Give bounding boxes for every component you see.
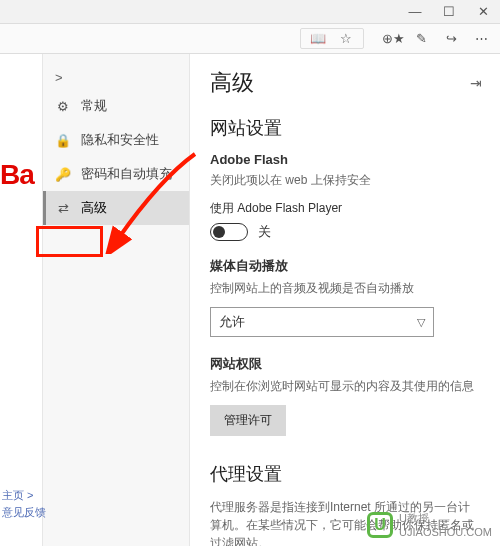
sidebar-item-label: 密码和自动填充: [81, 165, 172, 183]
autoplay-heading: 媒体自动播放: [210, 257, 482, 275]
flash-toggle-label: 使用 Adobe Flash Player: [210, 199, 482, 217]
sidebar-item-label: 隐私和安全性: [81, 131, 159, 149]
permissions-description: 控制在你浏览时网站可显示的内容及其使用的信息: [210, 377, 482, 395]
background-page-logo: Ba: [0, 159, 34, 191]
web-note-icon[interactable]: ✎: [412, 31, 430, 46]
permissions-heading: 网站权限: [210, 355, 482, 373]
manage-permissions-button[interactable]: 管理许可: [210, 405, 286, 436]
autoplay-description: 控制网站上的音频及视频是否自动播放: [210, 279, 482, 297]
footer-link-feedback[interactable]: 意见反馈: [2, 505, 46, 520]
footer-link-home[interactable]: 主页 >: [2, 488, 46, 503]
more-icon[interactable]: ⋯: [472, 31, 490, 46]
browser-toolbar: 📖 ☆ ⊕★ ✎ ↪ ⋯: [0, 24, 500, 54]
key-icon: 🔑: [55, 167, 71, 182]
window-maximize-button[interactable]: ☐: [432, 0, 466, 24]
flash-heading: Adobe Flash: [210, 152, 482, 167]
address-actions: 📖 ☆: [300, 28, 364, 49]
autoplay-select[interactable]: 允许 ▽: [210, 307, 434, 337]
watermark: U U教授 UJIAOSHOU.COM: [367, 511, 492, 538]
sidebar-expand-icon[interactable]: >: [43, 66, 189, 89]
lock-icon: 🔒: [55, 133, 71, 148]
toggle-knob: [213, 226, 225, 238]
share-icon[interactable]: ↪: [442, 31, 460, 46]
settings-panel: 高级 ⇥ 网站设置 Adobe Flash 关闭此项以在 web 上保持安全 使…: [190, 54, 500, 546]
page-footer-links: 主页 > 意见反馈: [0, 486, 46, 522]
section-proxy: 代理设置: [210, 462, 482, 486]
sidebar-item-general[interactable]: ⚙ 常规: [43, 89, 189, 123]
sidebar-item-label: 常规: [81, 97, 107, 115]
flash-toggle[interactable]: [210, 223, 248, 241]
settings-sidebar: > ⚙ 常规 🔒 隐私和安全性 🔑 密码和自动填充 ⇄ 高级: [42, 54, 190, 546]
sidebar-item-privacy[interactable]: 🔒 隐私和安全性: [43, 123, 189, 157]
watermark-text: U教授: [399, 511, 492, 526]
watermark-badge-icon: U: [367, 512, 393, 538]
section-website-settings: 网站设置: [210, 116, 482, 140]
gear-icon: ⚙: [55, 99, 71, 114]
flash-description: 关闭此项以在 web 上保持安全: [210, 171, 482, 189]
panel-title: 高级: [210, 68, 254, 98]
window-minimize-button[interactable]: —: [398, 0, 432, 24]
reading-view-icon[interactable]: 📖: [309, 31, 327, 46]
sidebar-item-advanced[interactable]: ⇄ 高级: [43, 191, 189, 225]
flash-toggle-state: 关: [258, 223, 271, 241]
sliders-icon: ⇄: [55, 201, 71, 216]
window-titlebar: — ☐ ✕: [0, 0, 500, 24]
add-favorites-icon[interactable]: ⊕★: [382, 31, 400, 46]
pin-panel-icon[interactable]: ⇥: [470, 75, 482, 91]
chevron-down-icon: ▽: [417, 316, 425, 329]
sidebar-item-label: 高级: [81, 199, 107, 217]
favorite-star-icon[interactable]: ☆: [337, 31, 355, 46]
window-close-button[interactable]: ✕: [466, 0, 500, 24]
sidebar-item-passwords[interactable]: 🔑 密码和自动填充: [43, 157, 189, 191]
autoplay-select-value: 允许: [219, 313, 245, 331]
watermark-url: UJIAOSHOU.COM: [399, 526, 492, 538]
